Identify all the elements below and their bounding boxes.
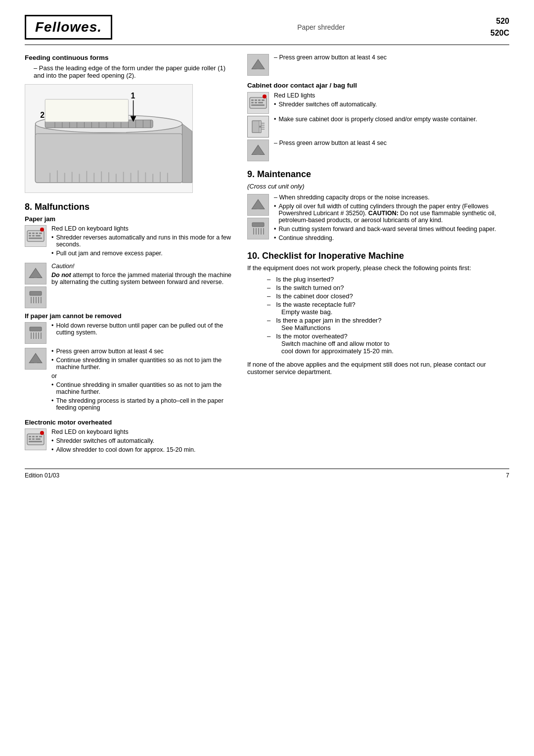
right-column: – Press green arrow button at least 4 se… bbox=[247, 54, 509, 459]
svg-rect-69 bbox=[39, 436, 42, 437]
keyboard-cabinet-icon bbox=[247, 92, 269, 114]
checklist-items: – Is the plug inserted? – Is the switch … bbox=[247, 276, 509, 355]
svg-point-87 bbox=[259, 126, 261, 128]
header-center: Paper shredder bbox=[112, 23, 490, 31]
caution-label: Caution! bbox=[51, 263, 232, 270]
arrow-up-icon-caution bbox=[25, 263, 46, 284]
arrow-section-top: – Press green arrow button at least 4 se… bbox=[247, 54, 509, 76]
svg-rect-73 bbox=[29, 441, 42, 442]
if-jam-section: If paper jam cannot be removed bbox=[25, 312, 232, 413]
svg-rect-78 bbox=[255, 99, 257, 101]
cabinet-arrow-text: – Press green arrow button at least 4 se… bbox=[274, 140, 509, 146]
arrow-up-icon-top bbox=[247, 54, 269, 76]
cabinet-bullet2: • Make sure cabinet door is properly clo… bbox=[274, 116, 509, 123]
svg-rect-72 bbox=[36, 438, 41, 440]
cabinet-door-icon bbox=[247, 116, 269, 138]
cabinet-led-text: Red LED lights bbox=[274, 92, 509, 99]
model-520: 520 bbox=[490, 15, 509, 27]
edition-text: Edition 01/03 bbox=[25, 472, 59, 479]
svg-rect-51 bbox=[30, 291, 42, 295]
svg-rect-42 bbox=[32, 233, 35, 234]
svg-rect-48 bbox=[29, 237, 42, 239]
svg-rect-75 bbox=[257, 66, 260, 69]
feeding-section: Feeding continuous forms – Pass the lead… bbox=[25, 54, 232, 193]
svg-rect-84 bbox=[251, 104, 265, 106]
maintenance-bullet1: • Apply oil over full width of cutting c… bbox=[274, 203, 509, 224]
footer: Edition 01/03 7 bbox=[25, 469, 509, 479]
if-jam-bullet3: • Continue shredding in smaller quantiti… bbox=[51, 357, 232, 371]
arrow-top-text: – Press green arrow button at least 4 se… bbox=[274, 54, 509, 61]
arrow-up-maintenance bbox=[247, 194, 269, 216]
maintenance-bullet2: • Run cutting system forward and back-wa… bbox=[274, 226, 509, 233]
shred-icon-1 bbox=[25, 322, 46, 344]
electronic-title: Electronic motor overheated bbox=[25, 419, 232, 426]
if-jam-row2: • Press green arrow button at least 4 se… bbox=[25, 348, 232, 413]
section10-title: 10. Checklist for Inoperative Machine bbox=[247, 251, 509, 261]
svg-rect-80 bbox=[262, 99, 265, 101]
svg-rect-81 bbox=[251, 102, 254, 103]
paper-jam-bullet2: • Pull out jam and remove excess paper. bbox=[51, 250, 232, 257]
svg-rect-66 bbox=[29, 436, 31, 437]
svg-rect-96 bbox=[252, 223, 264, 227]
maintenance-text1: – When shredding capacity drops or the n… bbox=[274, 194, 509, 201]
left-column: Feeding continuous forms – Pass the lead… bbox=[25, 54, 232, 459]
shred-lines-icon bbox=[25, 286, 46, 308]
caution-text: Caution! Do not attempt to force the jam… bbox=[51, 263, 232, 285]
checklist-item-1: – Is the plug inserted? bbox=[247, 276, 509, 283]
product-label: Paper shredder bbox=[297, 23, 345, 31]
svg-rect-64 bbox=[34, 360, 37, 363]
svg-rect-70 bbox=[29, 438, 31, 440]
red-led-dot bbox=[40, 228, 44, 232]
svg-rect-95 bbox=[257, 206, 260, 209]
svg-rect-46 bbox=[32, 235, 35, 236]
model-520c: 520C bbox=[490, 27, 509, 39]
checklist-intro: If the equipment does not work properly,… bbox=[247, 264, 509, 272]
if-jam-content1: • Hold down reverse button until paper c… bbox=[51, 322, 232, 337]
checklist-item-3: – Is the cabinet door closed? bbox=[247, 292, 509, 300]
svg-rect-43 bbox=[36, 233, 38, 234]
cabinet-row1: Red LED lights • Shredder switches off a… bbox=[247, 92, 509, 114]
electronic-content: Red LED on keyboard lights • Shredder sw… bbox=[51, 428, 232, 455]
caution-description: Do not attempt to force the jammed mater… bbox=[51, 272, 232, 285]
paper-jam-section: Paper jam bbox=[25, 215, 232, 308]
svg-rect-50 bbox=[34, 275, 37, 278]
svg-rect-44 bbox=[39, 233, 42, 234]
paper-jam-text: Red LED on keyboard lights • Shredder re… bbox=[51, 225, 232, 259]
if-jam-bullet4: • Continue shredding in smaller quantiti… bbox=[51, 381, 232, 395]
if-jam-bullet5: • The shredding process is started by a … bbox=[51, 397, 232, 411]
paper-jam-led-text: Red LED on keyboard lights bbox=[51, 225, 232, 232]
svg-rect-41 bbox=[29, 233, 31, 234]
maintenance-icons bbox=[247, 194, 269, 239]
svg-text:2: 2 bbox=[40, 111, 44, 119]
feeding-description: – Pass the leading edge of the form unde… bbox=[34, 64, 225, 79]
svg-rect-47 bbox=[36, 235, 41, 236]
red-led-dot-2 bbox=[40, 431, 44, 435]
arrow-up-icon-cabinet bbox=[247, 140, 269, 161]
svg-rect-77 bbox=[251, 99, 254, 101]
electronic-row: Red LED on keyboard lights • Shredder sw… bbox=[25, 428, 232, 455]
paper-jam-title: Paper jam bbox=[25, 215, 232, 223]
electronic-bullet1: • Shredder switches off automatically. bbox=[51, 437, 232, 444]
page: Fellowes. Paper shredder 520 520C Feedin… bbox=[0, 0, 534, 756]
checklist-section: 10. Checklist for Inoperative Machine If… bbox=[247, 251, 509, 376]
checklist-item-2: – Is the switch turned on? bbox=[247, 284, 509, 291]
electronic-led-text: Red LED on keyboard lights bbox=[51, 428, 232, 435]
cabinet-content1: Red LED lights • Shredder switches off a… bbox=[274, 92, 509, 109]
feeding-text: – Pass the leading edge of the form unde… bbox=[25, 64, 232, 79]
caution-icons bbox=[25, 263, 46, 308]
section8-title: 8. Malfunctions bbox=[25, 202, 232, 212]
paper-jam-bullet1: • Shredder reverses automatically and ru… bbox=[51, 234, 232, 248]
svg-rect-82 bbox=[255, 102, 257, 103]
svg-marker-4 bbox=[182, 124, 192, 183]
cabinet-row2: • Make sure cabinet door is properly clo… bbox=[247, 116, 509, 138]
if-jam-content2: • Press green arrow button at least 4 se… bbox=[51, 348, 232, 413]
maintenance-section: 9. Maintenance (Cross cut unit only) bbox=[247, 169, 509, 243]
maintenance-bullet1-text: Apply oil over full width of cutting cyl… bbox=[278, 203, 509, 224]
main-content: Feeding continuous forms – Pass the lead… bbox=[25, 54, 509, 459]
svg-rect-45 bbox=[29, 235, 31, 236]
if-jam-bullet2: • Press green arrow button at least 4 se… bbox=[51, 348, 232, 355]
checklist-item-6: – Is the motor overheated? Switch machin… bbox=[247, 332, 509, 355]
checklist-closing: If none of the above applies and the equ… bbox=[247, 361, 509, 376]
svg-rect-71 bbox=[32, 438, 35, 440]
cabinet-bullet1: • Shredder switches off automatically. bbox=[274, 101, 509, 108]
